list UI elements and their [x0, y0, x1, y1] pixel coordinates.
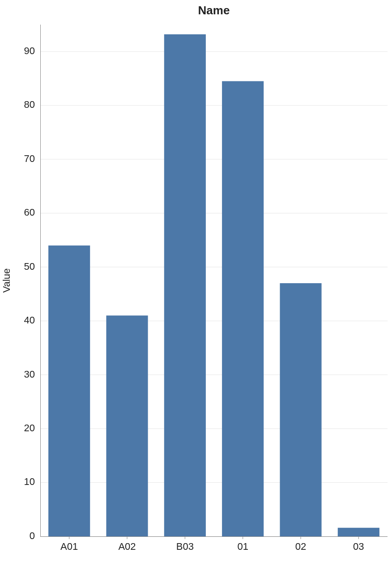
bar: [164, 34, 206, 536]
y-tick-label: 80: [24, 99, 35, 110]
bar: [106, 315, 148, 536]
y-tick-label: 50: [24, 261, 35, 272]
x-tick-label: 02: [295, 541, 306, 552]
bar: [48, 246, 90, 536]
y-tick-label: 40: [24, 314, 35, 326]
chart-svg: 0102030405060708090A01A02B03010203Value: [0, 0, 392, 561]
x-tick-label: 03: [353, 541, 364, 552]
y-tick-label: 10: [24, 476, 35, 487]
bar: [338, 528, 379, 536]
y-tick-label: 70: [24, 153, 35, 164]
y-tick-label: 30: [24, 369, 35, 380]
y-tick-label: 60: [24, 207, 35, 218]
x-tick-label: B03: [176, 541, 194, 552]
bar: [280, 283, 321, 536]
y-tick-label: 90: [24, 45, 35, 56]
x-tick-label: A02: [118, 541, 136, 552]
x-tick-label: 01: [237, 541, 248, 552]
bar: [222, 81, 264, 536]
y-tick-label: 20: [24, 422, 35, 434]
chart-title: Name: [40, 4, 388, 17]
bar-chart: Name 0102030405060708090A01A02B03010203V…: [0, 0, 392, 561]
x-tick-label: A01: [60, 541, 78, 552]
y-axis-label: Value: [1, 268, 12, 293]
y-tick-label: 0: [30, 530, 35, 541]
